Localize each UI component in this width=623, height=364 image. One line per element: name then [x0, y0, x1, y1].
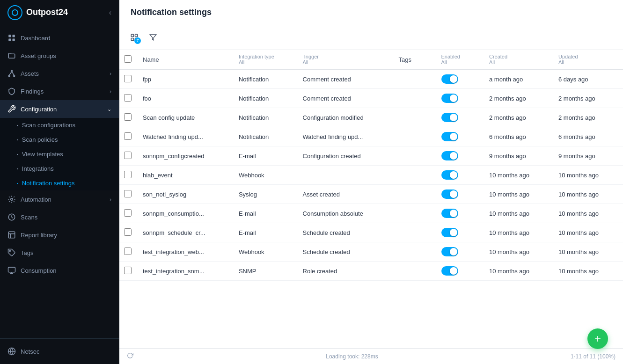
cell-enabled-9	[437, 242, 484, 262]
table-row[interactable]: sonnpm_consumptio... E-mail Consumption …	[119, 204, 623, 223]
row-checkbox-0[interactable]	[124, 75, 132, 82]
row-checkbox-6[interactable]	[124, 190, 132, 197]
cell-trigger-2: Configuration modified	[298, 108, 394, 127]
sidebar-item-scan-policies[interactable]: Scan policies	[0, 132, 119, 147]
asset-groups-label: Asset groups	[21, 52, 56, 59]
cell-tags-0	[394, 69, 436, 89]
sidebar-item-dashboard[interactable]: Dashboard	[0, 29, 119, 47]
scans-label: Scans	[21, 214, 37, 221]
cell-updated-2: 2 months ago	[554, 108, 623, 127]
loading-text: Loading took: 228ms	[326, 353, 378, 360]
cell-updated-5: 10 months ago	[554, 166, 623, 185]
table-row[interactable]: Scan config update Notification Configur…	[119, 108, 623, 127]
sidebar-item-assets[interactable]: Assets ›	[0, 65, 119, 82]
row-checkbox-7[interactable]	[124, 209, 132, 217]
table-row[interactable]: sonnpm_configcreated E-mail Configuratio…	[119, 146, 623, 166]
row-checkbox-3[interactable]	[124, 132, 132, 140]
col-header-enabled: Enabled All	[437, 50, 484, 69]
table-row[interactable]: test_integration_web... Webhook Schedule…	[119, 242, 623, 262]
row-checkbox-8[interactable]	[124, 228, 132, 236]
toolbar: 7	[119, 25, 623, 50]
cell-tags-10	[394, 262, 436, 281]
sidebar-nav: Dashboard Asset groups Assets › Findings…	[0, 25, 119, 338]
toggle-1[interactable]	[441, 94, 458, 103]
row-checkbox-5[interactable]	[124, 171, 132, 178]
filter-button[interactable]	[146, 30, 161, 45]
toggle-2[interactable]	[441, 113, 458, 122]
row-checkbox-10[interactable]	[124, 267, 132, 274]
sidebar-item-integrations[interactable]: Integrations	[0, 161, 119, 176]
pagination-text: 1-11 of 11 (100%)	[571, 353, 616, 360]
toggle-0[interactable]	[441, 74, 458, 84]
configuration-label: Configuration	[21, 106, 57, 113]
create-fab-button[interactable]: +	[587, 328, 608, 349]
col-header-tags: Tags	[394, 50, 436, 69]
page-header: Notification settings	[119, 0, 623, 25]
cell-enabled-1	[437, 89, 484, 108]
toggle-knob-1	[450, 95, 457, 102]
toggle-3[interactable]	[441, 132, 458, 141]
toggle-knob-2	[450, 114, 457, 121]
select-all-checkbox[interactable]	[124, 55, 132, 63]
cell-updated-1: 2 months ago	[554, 89, 623, 108]
svg-rect-18	[131, 34, 133, 36]
sidebar-item-configuration[interactable]: Configuration ⌄	[0, 100, 119, 118]
cell-tags-5	[394, 166, 436, 185]
toggle-5[interactable]	[441, 170, 458, 180]
cell-trigger-8: Schedule created	[298, 223, 394, 242]
row-checkbox-2[interactable]	[124, 113, 132, 121]
table-row[interactable]: son_noti_syslog Syslog Asset created 10 …	[119, 185, 623, 204]
table-row[interactable]: sonnpm_schedule_cr... E-mail Schedule cr…	[119, 223, 623, 242]
cell-updated-9: 10 months ago	[554, 242, 623, 262]
toggle-knob-10	[450, 267, 457, 275]
findings-chevron: ›	[110, 88, 111, 94]
sidebar-item-findings[interactable]: Findings ›	[0, 82, 119, 100]
add-badge: 7	[134, 37, 141, 44]
sidebar-item-scans[interactable]: Scans	[0, 208, 119, 226]
table-row[interactable]: fpp Notification Comment created a month…	[119, 69, 623, 89]
toggle-4[interactable]	[441, 151, 458, 160]
cell-integration-5: Webhook	[234, 166, 298, 185]
cell-created-7: 10 months ago	[484, 204, 554, 223]
cell-created-2: 2 months ago	[484, 108, 554, 127]
toggle-6[interactable]	[441, 189, 458, 199]
row-checkbox-4[interactable]	[124, 152, 132, 159]
sidebar-item-asset-groups[interactable]: Asset groups	[0, 47, 119, 65]
add-notification-button[interactable]: 7	[127, 30, 142, 45]
row-checkbox-1[interactable]	[124, 94, 132, 102]
tag-icon	[7, 248, 16, 257]
cell-trigger-7: Consumption absolute	[298, 204, 394, 223]
svg-point-6	[14, 75, 15, 77]
cell-integration-1: Notification	[234, 89, 298, 108]
row-checkbox-9[interactable]	[124, 248, 132, 255]
sidebar-item-notification-settings[interactable]: Notification settings	[0, 176, 119, 190]
page-title: Notification settings	[131, 7, 612, 17]
table-row[interactable]: hiab_event Webhook 10 months ago 10 mont…	[119, 166, 623, 185]
svg-rect-1	[13, 35, 15, 37]
toggle-8[interactable]	[441, 228, 458, 237]
toggle-9[interactable]	[441, 247, 458, 256]
sidebar-item-tags[interactable]: Tags	[0, 244, 119, 262]
sidebar-item-consumption[interactable]: Consumption	[0, 262, 119, 279]
cell-enabled-8	[437, 223, 484, 242]
toggle-7[interactable]	[441, 209, 458, 218]
cell-integration-4: E-mail	[234, 146, 298, 166]
col-header-name: Name	[138, 50, 234, 69]
sidebar-item-view-templates[interactable]: View templates	[0, 147, 119, 161]
col-header-integration-type: Integration type All	[234, 50, 298, 69]
collapse-button[interactable]: ‹	[109, 8, 111, 17]
configuration-chevron: ⌄	[107, 106, 111, 112]
cell-integration-7: E-mail	[234, 204, 298, 223]
table-row[interactable]: test_integration_snm... SNMP Role create…	[119, 262, 623, 281]
toggle-knob-7	[450, 210, 457, 217]
sidebar-item-automation[interactable]: Automation ›	[0, 190, 119, 208]
cell-integration-8: E-mail	[234, 223, 298, 242]
table-row[interactable]: foo Notification Comment created 2 month…	[119, 89, 623, 108]
toggle-10[interactable]	[441, 266, 458, 276]
sidebar-item-netsec[interactable]: Netsec	[0, 342, 119, 360]
sidebar-item-scan-configurations[interactable]: Scan configurations	[0, 118, 119, 132]
table-row[interactable]: Watched finding upd... Notification Watc…	[119, 127, 623, 146]
sidebar-item-report-library[interactable]: Report library	[0, 226, 119, 244]
refresh-button[interactable]	[127, 352, 133, 360]
col-header-created: Created All	[484, 50, 554, 69]
